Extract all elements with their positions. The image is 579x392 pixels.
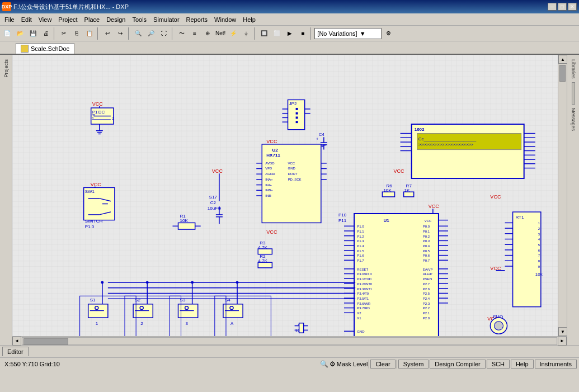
toolbar: 📄 📂 💾 🖨 ✂ ⎘ 📋 ↩ ↪ 🔍 🔎 ⛶ 〜 ≡ ⊕ Net! ⚡ ⏚ 🔲… [0, 26, 579, 41]
instruments-button[interactable]: Instruments [535, 360, 577, 369]
svg-text:EA/VP: EA/VP [423, 268, 433, 271]
menu-place[interactable]: Place [81, 15, 103, 24]
svg-text:P0.5: P0.5 [423, 249, 430, 253]
tb-save[interactable]: 💾 [27, 27, 39, 40]
svg-text:A: A [230, 321, 234, 326]
scroll-thumb-horizontal[interactable] [23, 338, 68, 345]
menu-help[interactable]: Help [239, 15, 259, 24]
sch-button[interactable]: SCH [487, 360, 510, 369]
svg-text:VCC: VCC [92, 101, 103, 107]
variations-selector[interactable]: [No Variations] ▼ [314, 28, 382, 39]
svg-rect-52 [296, 121, 298, 123]
svg-text:P2.7: P2.7 [423, 282, 430, 286]
svg-rect-121 [404, 192, 414, 197]
svg-text:P1.1: P1.1 [357, 230, 364, 233]
variations-dropdown-icon[interactable]: ▼ [360, 30, 366, 37]
menu-design[interactable]: Design [103, 15, 129, 24]
scroll-up-button[interactable]: ▲ [558, 55, 567, 64]
svg-text:C2: C2 [312, 336, 317, 336]
left-sidebar: Projects [0, 55, 12, 345]
svg-text:INA+: INA+ [265, 178, 273, 181]
vertical-scrollbar[interactable]: ▲ ▼ [558, 55, 567, 336]
title-text: F:\公众号设计\基于51单片机和HX... - DXP [13, 3, 545, 11]
scroll-down-button[interactable]: ▼ [558, 327, 567, 336]
menu-file[interactable]: File [1, 15, 18, 24]
tb-cut[interactable]: ✂ [58, 27, 70, 40]
tb-run[interactable]: ▶ [284, 27, 296, 40]
svg-text:P2.4: P2.4 [423, 297, 430, 300]
svg-text:VCC: VCC [288, 162, 295, 165]
svg-text:GND: GND [288, 167, 295, 171]
tab-scale-schdoc[interactable]: Scale.SchDoc [16, 43, 74, 54]
tb-sep-4 [172, 27, 174, 40]
svg-text:U2: U2 [272, 148, 278, 153]
scroll-thumb-vertical[interactable] [559, 65, 566, 82]
design-compiler-button[interactable]: Design Compiler [430, 360, 485, 369]
svg-rect-51 [296, 116, 298, 119]
menu-tools[interactable]: Tools [129, 15, 150, 24]
svg-text:VCC: VCC [393, 168, 404, 174]
editor-tab-editor[interactable]: Editor [2, 347, 29, 356]
status-bar: X:550 Y:710 Grid:10 🔍 ⚙ Mask Level Clear… [0, 357, 579, 370]
tb-pwr[interactable]: ⚡ [227, 27, 239, 40]
svg-text:AVDD: AVDD [265, 162, 274, 165]
tb-zoom-out[interactable]: 🔎 [145, 27, 157, 40]
tb-bus[interactable]: ≡ [189, 27, 201, 40]
svg-text:P2.2: P2.2 [423, 307, 430, 310]
help-status-button[interactable]: Help [511, 360, 534, 369]
title-bar: DXP F:\公众号设计\基于51单片机和HX... - DXP ─ □ ✕ [0, 0, 579, 13]
horizontal-scrollbar[interactable]: ◄ ► [12, 336, 567, 345]
scroll-right-button[interactable]: ► [558, 337, 567, 346]
svg-text:Cc_____________________: Cc_____________________ [418, 136, 477, 141]
sidebar-libraries[interactable]: Libraries [571, 57, 576, 81]
system-button[interactable]: System [398, 360, 429, 369]
maximize-button[interactable]: □ [558, 3, 567, 11]
tb-comp[interactable]: 🔲 [258, 27, 270, 40]
svg-text:C4: C4 [319, 133, 325, 138]
svg-text:7: 7 [538, 254, 540, 258]
menu-reports[interactable]: Reports [183, 15, 211, 24]
svg-text:P1.4: P1.4 [357, 244, 364, 248]
svg-text:1: 1 [538, 221, 540, 225]
tb-undo[interactable]: ↩ [101, 27, 114, 40]
menu-simulator[interactable]: Simulator [150, 15, 182, 24]
tb-port[interactable]: ⬜ [271, 27, 283, 40]
tb-print[interactable]: 🖨 [40, 27, 52, 40]
tb-gnd[interactable]: ⏚ [240, 27, 252, 40]
tab-label: Scale.SchDoc [31, 45, 69, 52]
close-button[interactable]: ✕ [568, 3, 577, 11]
menu-edit[interactable]: Edit [18, 15, 35, 24]
svg-text:VCC: VCC [266, 229, 277, 235]
svg-text:RT1: RT1 [516, 215, 524, 220]
svg-rect-87 [258, 249, 272, 254]
tb-zoom-fit[interactable]: ⛶ [158, 27, 170, 40]
scroll-track-vertical [558, 64, 567, 327]
svg-point-339 [101, 281, 103, 284]
minimize-button[interactable]: ─ [548, 3, 557, 11]
tb-zoom-in[interactable]: 🔍 [132, 27, 144, 40]
resize-handle[interactable] [572, 82, 575, 105]
menu-window[interactable]: Window [211, 15, 239, 24]
schematic-canvas-area[interactable]: P1 DC 1 2 m VCC [12, 55, 558, 336]
mask-level-control: Mask Level [337, 361, 368, 367]
sidebar-messages[interactable]: Messages [571, 106, 576, 133]
svg-text:VCC: VCC [266, 139, 277, 144]
tb-new[interactable]: 📄 [1, 27, 13, 40]
tb-wire[interactable]: 〜 [176, 27, 188, 40]
tb-open[interactable]: 📂 [14, 27, 26, 40]
sidebar-projects[interactable]: Projects [3, 57, 9, 80]
clear-button[interactable]: Clear [370, 360, 395, 369]
svg-text:P1.2: P1.2 [357, 235, 364, 238]
tb-extra[interactable]: ⚙ [382, 27, 394, 40]
tb-paste[interactable]: 📋 [83, 27, 96, 40]
tb-stop[interactable]: ■ [296, 27, 309, 40]
tb-netpin[interactable]: ⊕ [201, 27, 214, 40]
svg-text:INB-: INB- [265, 194, 272, 197]
tb-copy[interactable]: ⎘ [70, 27, 83, 40]
svg-text:INB+: INB+ [265, 188, 273, 192]
scroll-left-button[interactable]: ◄ [12, 337, 21, 346]
menu-view[interactable]: View [35, 15, 55, 24]
svg-text:10k: 10k [535, 272, 543, 277]
menu-project[interactable]: Project [55, 15, 81, 24]
tb-redo[interactable]: ↪ [114, 27, 126, 40]
